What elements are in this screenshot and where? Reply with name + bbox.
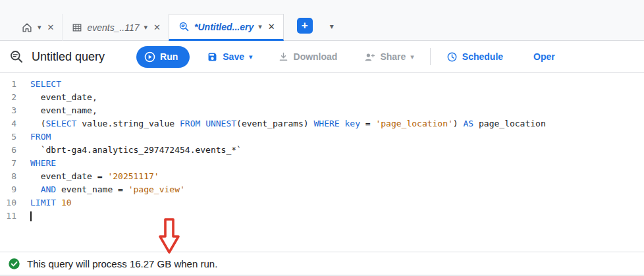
save-icon bbox=[207, 51, 218, 63]
code-text: FROM bbox=[30, 130, 51, 144]
code-text: AND event_name = 'page_view' bbox=[30, 183, 185, 196]
play-icon bbox=[144, 51, 155, 63]
tab-label: *Untitled...ery bbox=[194, 22, 254, 32]
download-icon bbox=[278, 51, 289, 63]
share-button[interactable]: Share ▾ bbox=[363, 51, 414, 63]
text-cursor bbox=[30, 211, 32, 221]
line-number: 5 bbox=[0, 130, 30, 144]
code-line[interactable]: 2 event_date, bbox=[0, 91, 644, 104]
chevron-down-icon: ▾ bbox=[410, 53, 414, 61]
code-text: `dbrt-ga4.analytics_297472454.events_*` bbox=[30, 144, 242, 157]
code-text: WHERE bbox=[30, 157, 56, 170]
code-line[interactable]: 4 (SELECT value.string_value FROM UNNEST… bbox=[0, 117, 644, 130]
save-button-label: Save bbox=[223, 51, 244, 62]
page-title: Untitled query bbox=[32, 50, 105, 64]
tab-bar: ▾ ✕ events_..117 ▾ ✕ *Untitled...ery ▾ ✕… bbox=[0, 0, 644, 41]
chevron-down-icon[interactable]: ▾ bbox=[258, 23, 262, 30]
code-text: event_date, bbox=[30, 91, 97, 104]
share-button-label: Share bbox=[380, 51, 406, 62]
code-text: (SELECT value.string_value FROM UNNEST(e… bbox=[30, 117, 546, 130]
new-tab-button[interactable]: + bbox=[297, 18, 313, 34]
line-number: 3 bbox=[0, 104, 30, 117]
tab-untitled-query[interactable]: *Untitled...ery ▾ ✕ bbox=[169, 14, 284, 41]
chevron-down-icon[interactable]: ▾ bbox=[144, 24, 148, 31]
code-line[interactable]: 11 bbox=[0, 209, 644, 223]
code-text: event_name, bbox=[30, 104, 97, 117]
table-icon bbox=[72, 22, 82, 33]
tab-home[interactable]: ▾ ✕ bbox=[12, 14, 62, 41]
run-button-label: Run bbox=[160, 51, 178, 62]
home-icon bbox=[21, 22, 33, 34]
line-number: 11 bbox=[0, 209, 30, 223]
tab-overflow-chevron-icon[interactable]: ▾ bbox=[330, 22, 334, 31]
line-number: 2 bbox=[0, 91, 30, 104]
line-number: 1 bbox=[0, 78, 30, 91]
line-number: 4 bbox=[0, 117, 30, 130]
schedule-button-label: Schedule bbox=[462, 51, 503, 62]
line-number: 7 bbox=[0, 157, 30, 170]
clock-icon bbox=[446, 51, 458, 63]
code-line[interactable]: 10LIMIT 10 bbox=[0, 196, 644, 209]
open-button[interactable]: Oper bbox=[533, 51, 555, 62]
code-text: event_date = '20251117' bbox=[30, 170, 159, 183]
line-number: 6 bbox=[0, 144, 30, 157]
sql-editor[interactable]: 1SELECT2 event_date,3 event_name,4 (SELE… bbox=[0, 73, 644, 252]
code-line[interactable]: 5FROM bbox=[0, 130, 644, 144]
success-check-icon bbox=[8, 258, 20, 270]
code-line[interactable]: 8 event_date = '20251117' bbox=[0, 170, 644, 183]
bigquery-editor-page: ▾ ✕ events_..117 ▾ ✕ *Untitled...ery ▾ ✕… bbox=[0, 0, 644, 276]
status-bar: This query will process 16.27 GB when ru… bbox=[0, 252, 644, 276]
chevron-down-icon: ▾ bbox=[249, 53, 253, 61]
download-button-label: Download bbox=[294, 51, 338, 62]
code-text: SELECT bbox=[30, 78, 61, 91]
toolbar-divider bbox=[430, 48, 431, 65]
code-line[interactable]: 6 `dbrt-ga4.analytics_297472454.events_*… bbox=[0, 144, 644, 157]
download-button[interactable]: Download bbox=[278, 51, 338, 63]
line-number: 10 bbox=[0, 196, 30, 209]
close-tab-icon[interactable]: ✕ bbox=[267, 21, 277, 32]
line-number: 9 bbox=[0, 183, 30, 196]
query-estimate-message: This query will process 16.27 GB when ru… bbox=[27, 258, 217, 269]
query-icon bbox=[178, 21, 190, 32]
code-line[interactable]: 7WHERE bbox=[0, 157, 644, 170]
code-text: LIMIT 10 bbox=[30, 196, 72, 209]
close-tab-icon[interactable]: ✕ bbox=[46, 22, 56, 33]
query-compose-icon bbox=[9, 49, 24, 64]
line-number: 8 bbox=[0, 170, 30, 183]
run-button[interactable]: Run bbox=[136, 46, 190, 68]
chevron-down-icon[interactable]: ▾ bbox=[38, 24, 41, 31]
code-line[interactable]: 3 event_name, bbox=[0, 104, 644, 117]
query-toolbar: Untitled query Run Save ▾ Download Shar bbox=[0, 41, 644, 73]
tab-label: events_..117 bbox=[87, 22, 139, 33]
code-line[interactable]: 1SELECT bbox=[0, 78, 644, 91]
open-button-label: Oper bbox=[533, 51, 555, 62]
close-tab-icon[interactable]: ✕ bbox=[152, 22, 162, 33]
code-lines: 1SELECT2 event_date,3 event_name,4 (SELE… bbox=[0, 78, 644, 223]
save-button[interactable]: Save ▾ bbox=[207, 51, 252, 63]
tab-events-table[interactable]: events_..117 ▾ ✕ bbox=[62, 14, 169, 41]
code-text bbox=[30, 209, 32, 223]
code-line[interactable]: 9 AND event_name = 'page_view' bbox=[0, 183, 644, 196]
schedule-button[interactable]: Schedule bbox=[446, 51, 503, 63]
person-add-icon bbox=[363, 51, 375, 63]
